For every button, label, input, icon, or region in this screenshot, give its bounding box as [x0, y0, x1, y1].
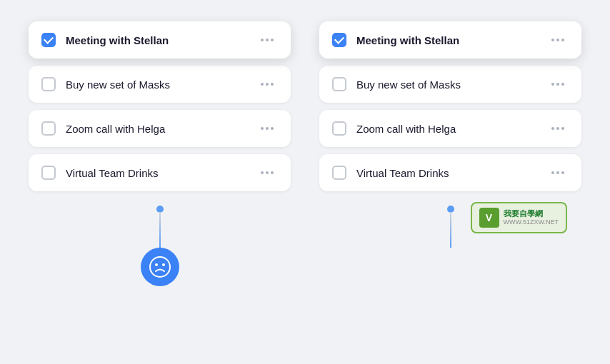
dot-icon	[556, 171, 559, 174]
more-options-button[interactable]	[256, 80, 278, 89]
dot-icon	[551, 171, 554, 174]
task-label: Zoom call with Helga	[356, 123, 456, 135]
dot-icon	[551, 83, 554, 86]
checkbox-checked[interactable]	[41, 33, 56, 47]
dot-icon	[556, 127, 559, 130]
more-options-button[interactable]	[547, 124, 569, 133]
dot-icon	[266, 39, 269, 41]
task-left: Meeting with Stellan	[332, 33, 459, 47]
task-left: Buy new set of Masks	[41, 77, 170, 91]
task-left: Zoom call with Helga	[332, 121, 456, 136]
task-left: Zoom call with Helga	[41, 121, 165, 136]
task-card-t4[interactable]: Virtual Team Drinks	[29, 154, 291, 191]
watermark-site: 我要自學網	[504, 208, 559, 218]
dot-icon	[561, 39, 564, 41]
more-options-button[interactable]	[256, 168, 278, 177]
dot-icon	[271, 83, 274, 86]
task-label: Buy new set of Masks	[356, 79, 461, 91]
dot-icon	[561, 127, 564, 130]
dot-icon	[266, 83, 269, 86]
dot-icon	[561, 171, 564, 174]
dot-icon	[266, 127, 269, 130]
sad-face-icon	[141, 248, 179, 286]
more-options-button[interactable]	[547, 80, 569, 89]
dot-icon	[271, 39, 274, 41]
connector-area	[29, 206, 291, 286]
more-options-button[interactable]	[547, 36, 569, 44]
task-left: Buy new set of Masks	[332, 77, 461, 91]
checkbox-checked[interactable]	[332, 33, 346, 47]
task-left: Meeting with Stellan	[41, 33, 169, 47]
dot-icon	[266, 171, 269, 174]
dot-icon	[551, 39, 554, 41]
task-label: Buy new set of Masks	[66, 79, 170, 91]
task-label: Virtual Team Drinks	[66, 167, 159, 179]
task-card-t3[interactable]: Zoom call with Helga	[29, 110, 291, 147]
watermark-logo: V	[479, 208, 499, 228]
dot-icon	[271, 171, 274, 174]
svg-point-0	[150, 257, 170, 277]
connector-line	[450, 212, 451, 248]
right-panel: Meeting with StellanBuy new set of Masks…	[319, 21, 581, 248]
more-options-button[interactable]	[547, 168, 569, 177]
dot-icon	[271, 127, 274, 130]
left-panel: Meeting with StellanBuy new set of Masks…	[29, 21, 291, 286]
dot-icon	[556, 39, 559, 41]
task-card-t2[interactable]: Buy new set of Masks	[319, 66, 581, 103]
task-left: Virtual Team Drinks	[332, 166, 449, 180]
dot-icon	[261, 127, 264, 130]
checkbox-unchecked[interactable]	[41, 121, 56, 136]
task-card-t2[interactable]: Buy new set of Masks	[29, 66, 291, 103]
task-left: Virtual Team Drinks	[41, 166, 159, 180]
checkbox-unchecked[interactable]	[41, 166, 56, 180]
connector-line	[159, 212, 161, 248]
task-label: Zoom call with Helga	[66, 123, 165, 135]
checkbox-unchecked[interactable]	[332, 166, 346, 180]
task-label: Virtual Team Drinks	[356, 167, 449, 179]
watermark: V 我要自學網 WWW.51ZXW.NET	[471, 202, 568, 233]
task-label: Meeting with Stellan	[356, 34, 459, 46]
dot-icon	[261, 39, 264, 41]
dot-icon	[556, 83, 559, 86]
checkbox-unchecked[interactable]	[332, 77, 346, 91]
dot-icon	[561, 83, 564, 86]
task-card-t1[interactable]: Meeting with Stellan	[29, 21, 291, 59]
dot-icon	[551, 127, 554, 130]
checkbox-unchecked[interactable]	[332, 121, 346, 136]
task-label: Meeting with Stellan	[66, 34, 169, 46]
svg-point-1	[155, 263, 158, 266]
dot-icon	[261, 171, 264, 174]
task-card-t1[interactable]: Meeting with Stellan	[319, 21, 581, 59]
svg-point-2	[162, 263, 165, 266]
watermark-text: 我要自學網 WWW.51ZXW.NET	[504, 208, 559, 227]
task-card-t4[interactable]: Virtual Team Drinks	[319, 154, 581, 191]
checkbox-unchecked[interactable]	[41, 77, 56, 91]
task-card-t3[interactable]: Zoom call with Helga	[319, 110, 581, 147]
dot-icon	[261, 83, 264, 86]
more-options-button[interactable]	[256, 124, 278, 133]
watermark-url: WWW.51ZXW.NET	[504, 218, 559, 227]
more-options-button[interactable]	[256, 36, 278, 44]
